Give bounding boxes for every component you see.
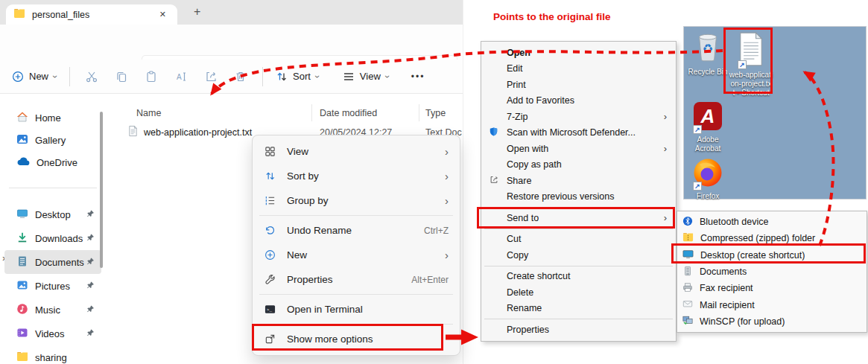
sendto-item-desktop-create-shortcut[interactable]: Desktop (create shortcut) (677, 247, 867, 264)
classic-item-rename[interactable]: Rename (483, 301, 674, 317)
chevron-down-icon: › (50, 75, 60, 78)
menu-item-label: Sort by (287, 170, 445, 182)
column-header-type[interactable]: Type (419, 104, 462, 121)
sendto-item-mail[interactable]: Mail recipient (677, 296, 867, 313)
gallery-icon (16, 133, 28, 147)
text-file-shortcut-icon: ↗ (738, 32, 764, 69)
sidebar-item-documents[interactable]: Documents (4, 250, 101, 274)
classic-item-print[interactable]: Print (483, 77, 674, 93)
sendto-item-winscp[interactable]: WinSCP (for upload) (677, 313, 867, 330)
menu-item-view[interactable]: View › (256, 139, 456, 164)
menu-item-new[interactable]: New › (256, 243, 456, 267)
sidebar-scrollbar[interactable] (100, 112, 103, 268)
classic-item-7zip[interactable]: 7-Zip› (483, 109, 674, 125)
context-menu-modern: View › Sort by › Group by › Undo Rename … (252, 135, 460, 356)
menu-item-label: New (287, 249, 445, 261)
new-plus-icon (263, 249, 277, 261)
sort-button[interactable]: Sort › (270, 66, 325, 87)
toolbar-divider (69, 67, 70, 86)
documents-library-icon (682, 266, 693, 278)
sidebar-item-music[interactable]: Music (4, 298, 101, 322)
column-header-name[interactable]: Name (119, 104, 311, 121)
classic-item-cut[interactable]: Cut (483, 232, 674, 248)
tab-close-icon[interactable]: ✕ (156, 8, 170, 21)
svg-text:>_: >_ (267, 307, 273, 313)
submenu-chevron-icon: › (445, 145, 449, 158)
desktop-panel: ♻ Recycle Bin ↗ web-applicati on-project… (683, 26, 867, 199)
documents-icon (16, 255, 28, 269)
menu-item-properties[interactable]: Properties Alt+Enter (256, 267, 456, 292)
classic-item-open[interactable]: Open (483, 45, 674, 61)
classic-item-copy-as-path[interactable]: Copy as path (483, 157, 674, 173)
sendto-item-zipped-folder[interactable]: Compressed (zipped) folder (677, 230, 867, 246)
view-grid-icon (263, 146, 277, 157)
chevron-down-icon: › (382, 75, 393, 78)
sendto-item-fax[interactable]: Fax recipient (677, 280, 867, 296)
classic-item-copy[interactable]: Copy (483, 247, 674, 264)
share-icon[interactable] (196, 64, 226, 89)
classic-item-add-to-favorites[interactable]: Add to Favorites (483, 93, 674, 109)
menu-item-group-by[interactable]: Group by › (256, 188, 456, 213)
classic-item-create-shortcut[interactable]: Create shortcut (483, 269, 674, 285)
classic-item-delete[interactable]: Delete (483, 284, 674, 301)
desktop-icon-label: Adobe Acrobat (685, 135, 730, 153)
sendto-item-bluetooth[interactable]: Bluetooth device (677, 214, 867, 230)
menu-item-label: Open in Terminal (287, 304, 449, 315)
sidebar-divider (9, 188, 97, 188)
desktop-icon-firefox[interactable]: ↗ Firefox (685, 158, 730, 201)
classic-item-share[interactable]: Share (483, 173, 674, 189)
new-tab-button[interactable]: + (189, 4, 205, 20)
classic-item-open-with[interactable]: Open with› (483, 141, 674, 157)
classic-item-edit[interactable]: Edit (483, 61, 674, 77)
folder-icon (16, 351, 28, 364)
sidebar-item-home[interactable]: Home (4, 106, 101, 129)
send-to-submenu: Bluetooth device Compressed (zipped) fol… (677, 211, 867, 333)
sidebar-item-label: Videos (35, 328, 65, 339)
adobe-acrobat-icon: A ↗ (693, 101, 723, 134)
command-toolbar: New › A So (0, 60, 463, 94)
sidebar-item-pictures[interactable]: Pictures (4, 274, 101, 298)
videos-icon (16, 327, 28, 341)
menu-item-open-in-terminal[interactable]: >_ Open in Terminal (256, 297, 456, 322)
sidebar-item-label: Downloads (35, 233, 83, 244)
shortcut-arrow-badge: ↗ (693, 125, 702, 134)
annotation-note: Points to the original file (493, 11, 611, 22)
new-button-label: New (29, 71, 48, 82)
paste-icon[interactable] (136, 64, 166, 89)
desktop-icon-shortcut[interactable]: ↗ web-applicati on-project.tx t - Shortc… (727, 32, 775, 97)
column-header-date-modified[interactable]: Date modified (311, 104, 419, 121)
sidebar-item-sharing[interactable]: sharing (4, 345, 101, 364)
desktop-icon-adobe-acrobat[interactable]: A ↗ Adobe Acrobat (685, 101, 730, 153)
sendto-item-label: Fax recipient (700, 283, 753, 293)
pin-icon (86, 209, 95, 220)
new-button[interactable]: New › (6, 66, 63, 87)
recycle-bin-icon: ♻ (694, 31, 722, 66)
menu-item-undo-rename[interactable]: Undo Rename Ctrl+Z (256, 218, 456, 243)
sidebar-item-downloads[interactable]: Downloads (4, 226, 101, 250)
classic-item-properties[interactable]: Properties (483, 322, 674, 338)
view-button[interactable]: View › (337, 66, 395, 87)
classic-item-send-to[interactable]: Send to› (483, 210, 674, 226)
sidebar-item-onedrive[interactable]: OneDrive (4, 151, 101, 173)
pin-icon (86, 233, 95, 244)
see-more-icon[interactable]: ••• (404, 66, 433, 88)
classic-item-restore-previous-versions[interactable]: Restore previous versions (483, 189, 674, 205)
menu-item-sort-by[interactable]: Sort by › (256, 164, 456, 188)
sort-icon (263, 170, 277, 182)
copy-icon[interactable] (107, 64, 136, 89)
cut-icon[interactable] (77, 64, 107, 89)
menu-item-label: Properties (287, 274, 411, 285)
rename-icon[interactable]: A (166, 64, 196, 89)
sidebar-item-label: OneDrive (37, 157, 77, 168)
sendto-item-documents[interactable]: Documents (677, 264, 867, 280)
sidebar-item-gallery[interactable]: Gallery (4, 129, 101, 151)
sidebar-item-videos[interactable]: Videos (4, 322, 101, 345)
sendto-item-label: Documents (700, 266, 747, 277)
menu-item-show-more-options[interactable]: Show more options (256, 327, 456, 351)
delete-icon[interactable] (226, 64, 256, 89)
share-icon (489, 174, 499, 187)
classic-item-scan-defender[interactable]: Scan with Microsoft Defender... (483, 125, 674, 141)
tab-personal-files[interactable]: personal_files ✕ (6, 4, 177, 25)
desktop-icon-recycle-bin[interactable]: ♻ Recycle Bin (685, 31, 730, 77)
sidebar-item-desktop[interactable]: Desktop (4, 202, 101, 226)
